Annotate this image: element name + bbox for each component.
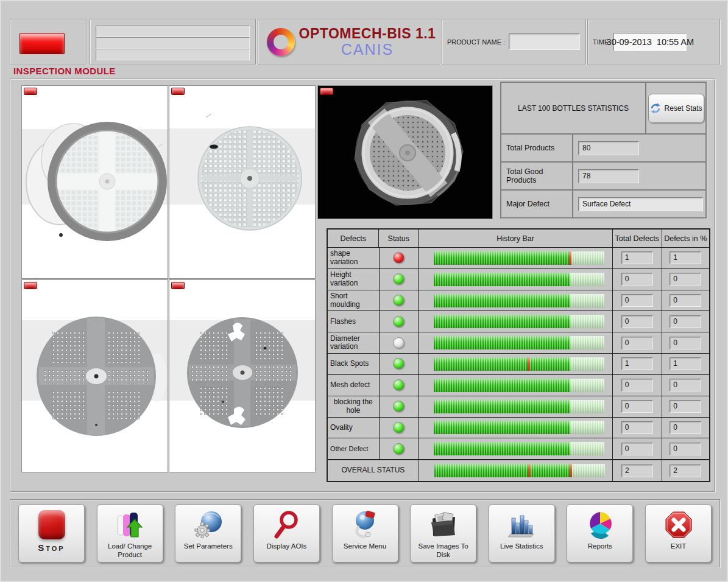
last-100-statistics-panel: LAST 100 BOTTLES STATISTICS Reset Stats xyxy=(500,82,707,219)
stop-icon xyxy=(38,510,65,539)
overall-history-bar xyxy=(434,464,605,477)
defect-label: Diameter variation xyxy=(328,332,380,353)
camera-image-5 xyxy=(317,85,493,219)
defect-label: Flashes xyxy=(328,311,380,332)
mesh-disc-photo-defect xyxy=(169,280,316,472)
record-indicator-icon xyxy=(171,88,185,95)
header-defects: Defects xyxy=(328,230,379,247)
defects-table: Defects Status History Bar Total Defects… xyxy=(327,228,710,482)
refresh-icon xyxy=(649,102,662,114)
total-defects-value: 1 xyxy=(621,251,653,264)
bottle-cap-photo-top xyxy=(22,86,168,279)
service-menu-icon xyxy=(349,510,381,540)
app-window: OPTOMECH-BIS 1.1 CANIS PRODUCT NAME : TI… xyxy=(0,0,728,582)
record-indicator-icon xyxy=(24,282,37,289)
stat-row-total-good: Total Good Products 78 xyxy=(501,163,705,191)
history-bar xyxy=(434,294,604,307)
history-bar xyxy=(434,273,604,286)
defect-label: Other Defect xyxy=(328,438,380,459)
camera-image-3 xyxy=(21,279,168,472)
history-bar xyxy=(434,357,604,371)
overall-total-value: 2 xyxy=(621,465,653,477)
defects-percent-value: 0 xyxy=(670,421,701,434)
history-bar xyxy=(434,251,604,265)
status-led xyxy=(393,337,405,349)
save-images-to-disk-button[interactable]: Save Images To Disk xyxy=(410,504,476,563)
defects-percent-value: 0 xyxy=(670,294,701,307)
page-title: INSPECTION MODULE xyxy=(13,66,116,76)
camera-image-4 xyxy=(169,279,316,472)
stat-label: Total Products xyxy=(501,135,573,161)
reset-stats-button[interactable]: Reset Stats xyxy=(648,94,704,123)
header-history-bar: History Bar xyxy=(419,230,613,247)
record-indicator-icon xyxy=(24,88,37,95)
set-parameters-icon xyxy=(193,510,224,540)
defect-label: Mesh defect xyxy=(328,375,380,396)
status-led xyxy=(393,295,405,306)
inspection-main-panel: LAST 100 BOTTLES STATISTICS Reset Stats xyxy=(10,79,715,492)
display-aois-button[interactable]: Display AOIs xyxy=(253,504,320,563)
defects-percent-value: 0 xyxy=(670,400,701,413)
defects-percent-value: 0 xyxy=(670,273,701,286)
product-name-panel: PRODUCT NAME : xyxy=(442,19,586,65)
set-parameters-button[interactable]: Set Parameters xyxy=(175,504,241,563)
defects-percent-value: 1 xyxy=(670,357,701,370)
stat-label: Major Defect xyxy=(501,191,573,217)
header-total-defects: Total Defects xyxy=(613,230,662,247)
bottom-toolbar: Stop Load/ Change Product xyxy=(10,499,720,567)
status-led xyxy=(393,401,405,412)
app-title: OPTOMECH-BIS 1.1 xyxy=(295,26,440,42)
total-defects-value: 0 xyxy=(621,273,653,286)
machine-status-indicator xyxy=(19,33,65,54)
display-aois-icon xyxy=(272,510,301,539)
defect-row-flashes: Flashes 0 0 xyxy=(328,311,709,332)
camera-image-1 xyxy=(21,85,168,279)
save-images-icon xyxy=(428,510,459,540)
defect-label: Black Spots xyxy=(328,354,380,374)
exit-button[interactable]: EXIT xyxy=(645,504,712,563)
status-led xyxy=(393,358,405,370)
defects-table-header: Defects Status History Bar Total Defects… xyxy=(328,230,709,248)
record-indicator-icon xyxy=(320,88,333,95)
defect-row-black-spots: Black Spots 1 1 xyxy=(328,354,709,375)
time-value: 30-09-2013 10:55 AM xyxy=(613,33,687,51)
stop-button[interactable]: Stop xyxy=(18,504,85,563)
overall-status-row: OVERALL STATUS 2 2 xyxy=(328,460,709,481)
service-menu-button[interactable]: Service Menu xyxy=(332,504,398,563)
product-name-input[interactable] xyxy=(509,33,580,50)
live-statistics-icon xyxy=(506,510,537,540)
exit-icon xyxy=(664,510,693,539)
load-change-product-button[interactable]: Load/ Change Product xyxy=(97,504,163,563)
message-field xyxy=(96,37,250,49)
defects-percent-value: 1 xyxy=(670,251,701,264)
reports-icon xyxy=(585,510,615,539)
defects-percent-value: 0 xyxy=(670,379,701,391)
message-display-panel xyxy=(90,19,256,65)
optomech-logo-icon xyxy=(267,28,295,56)
defect-row-shape-variation: shape variation 1 1 xyxy=(328,248,709,269)
defect-label: blocking the hole xyxy=(328,396,380,417)
overall-status-label: OVERALL STATUS xyxy=(328,460,419,481)
overall-percent-value: 2 xyxy=(670,465,701,477)
status-led xyxy=(393,273,405,285)
cap-side-photo xyxy=(318,86,493,219)
message-field xyxy=(96,26,250,37)
stats-title: LAST 100 BOTTLES STATISTICS xyxy=(501,83,646,133)
total-good-products-value: 78 xyxy=(578,169,639,183)
defect-row-blocking-the-hole: blocking the hole 0 0 xyxy=(328,396,709,418)
stat-row-major-defect: Major Defect Surface Defect xyxy=(501,191,705,217)
total-defects-value: 0 xyxy=(621,315,653,328)
defect-row-other-defect: Other Defect 0 0 xyxy=(328,438,709,460)
defects-percent-value: 0 xyxy=(670,443,701,455)
history-bar xyxy=(434,336,604,349)
reports-button[interactable]: Reports xyxy=(567,504,633,563)
status-led xyxy=(393,316,405,328)
history-bar xyxy=(434,421,604,434)
header-status: Status xyxy=(379,230,419,247)
stat-label: Total Good Products xyxy=(501,163,573,189)
defect-label: Height variation xyxy=(328,269,380,290)
live-statistics-button[interactable]: Live Statistics xyxy=(489,504,555,563)
defect-row-mesh-defect: Mesh defect 0 0 xyxy=(328,375,709,396)
mesh-disc-photo-dark xyxy=(22,280,168,472)
mesh-disc-photo-light xyxy=(169,86,316,279)
